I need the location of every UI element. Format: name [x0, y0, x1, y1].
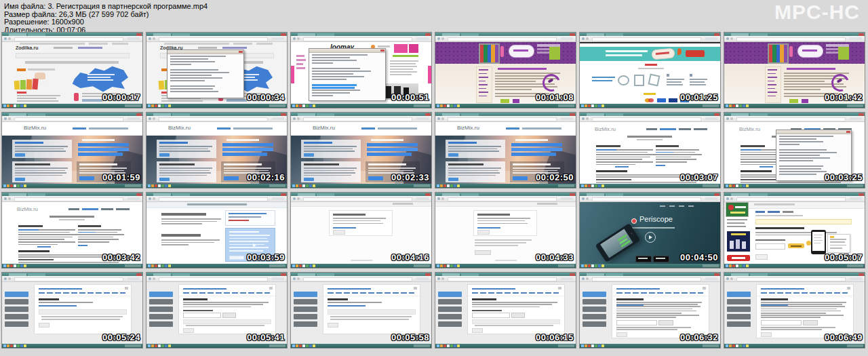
address-bar [303, 117, 412, 121]
close-button-icon [425, 33, 431, 36]
sidebar-button [438, 292, 462, 297]
decor-shape [312, 62, 333, 64]
decor-shape [830, 239, 846, 240]
taskbar-icon [155, 104, 157, 107]
decor-shape [511, 143, 562, 146]
decor-shape [296, 67, 305, 69]
decor-shape [161, 100, 203, 102]
decor-shape [830, 236, 834, 238]
decor-shape [229, 250, 263, 252]
decor-shape [513, 50, 528, 52]
decor-shape [183, 292, 270, 294]
decor-shape [768, 81, 774, 82]
taskbar-icon [595, 184, 597, 187]
windows-taskbar [580, 104, 720, 108]
taskbar-icon [746, 104, 749, 107]
taskbar-icon [14, 344, 16, 347]
sidebar-button [438, 306, 462, 312]
toolbar-buttons [561, 37, 573, 40]
video-thumbnail: 00:01:42 [724, 32, 865, 108]
decor-shape [784, 81, 825, 82]
decor-shape [229, 238, 267, 239]
browser-toolbar [724, 276, 865, 282]
taskbar-icon [10, 344, 13, 347]
input-field [761, 320, 802, 325]
decor-shape [159, 175, 207, 176]
timestamp: 00:04:33 [536, 252, 574, 262]
taskbar-icon [447, 264, 450, 267]
timestamp: 00:04:16 [391, 252, 429, 262]
input-field [183, 313, 221, 318]
back-icon [582, 197, 585, 200]
windows-taskbar [291, 104, 431, 108]
decor-shape [161, 221, 217, 222]
decor-shape [323, 296, 420, 296]
taskbar-icon [161, 184, 164, 187]
taskbar-icon [591, 184, 594, 187]
system-tray [414, 104, 430, 107]
decor-shape [68, 208, 79, 210]
decor-shape [448, 151, 499, 152]
decor-shape [656, 157, 691, 158]
browser-toolbar [291, 116, 431, 122]
gray-button [222, 313, 236, 318]
windows-taskbar [291, 264, 431, 268]
sidebar-button [727, 321, 751, 327]
decor-shape [159, 146, 212, 147]
decor-shape [328, 292, 414, 294]
toolbar-buttons [127, 37, 140, 40]
taskbar-icon [17, 344, 20, 347]
decor-shape [18, 239, 64, 240]
decor-shape [125, 287, 128, 290]
red-button [727, 255, 750, 261]
taskbar-icon [454, 264, 456, 267]
gray-button [477, 230, 490, 235]
decor-shape [18, 225, 43, 227]
text-panel [12, 161, 72, 182]
text-panel [446, 161, 505, 182]
close-button-icon [570, 273, 575, 276]
system-tray [414, 184, 430, 187]
address-bar [448, 197, 557, 201]
decor-shape [170, 61, 215, 62]
decor-shape [779, 138, 816, 140]
decor-shape [679, 205, 684, 207]
decor-shape [87, 77, 111, 78]
decor-shape [448, 175, 496, 176]
toolbar-buttons [272, 277, 284, 280]
taskbar-icon [736, 344, 738, 347]
taskbar-icon [10, 264, 13, 267]
notepad-titlebar [309, 49, 385, 53]
decor-shape [35, 296, 131, 296]
input-field [472, 313, 510, 318]
decor-shape [224, 170, 269, 172]
decor-shape [779, 165, 823, 167]
forward-icon [441, 37, 444, 40]
forward-icon [153, 277, 155, 280]
decor-shape [656, 258, 665, 259]
taskbar-icon [726, 264, 728, 267]
taskbar-icon [309, 184, 312, 187]
taskbar-icon [158, 104, 161, 107]
browser-toolbar [435, 116, 576, 122]
table-header [472, 319, 560, 324]
toolbar-buttons [272, 197, 284, 200]
decor-shape [229, 213, 267, 214]
address-bar [592, 37, 701, 41]
taskbar-icon [454, 344, 456, 347]
system-tray [558, 184, 574, 187]
decor-shape [694, 128, 707, 130]
table-header [328, 309, 416, 315]
taskbar-icon [17, 104, 20, 107]
decor-shape [616, 327, 691, 328]
decor-shape [477, 227, 500, 229]
decor-shape [390, 63, 416, 64]
decor-shape [312, 87, 355, 89]
decor-shape [414, 287, 417, 290]
taskbar-icon [313, 264, 315, 267]
address-bar [14, 197, 123, 201]
decor-shape [787, 68, 835, 70]
video-thumbnail: BizMix.ru 00:03:07 [579, 112, 721, 189]
decor-shape [667, 79, 684, 80]
decor-shape [448, 146, 501, 147]
